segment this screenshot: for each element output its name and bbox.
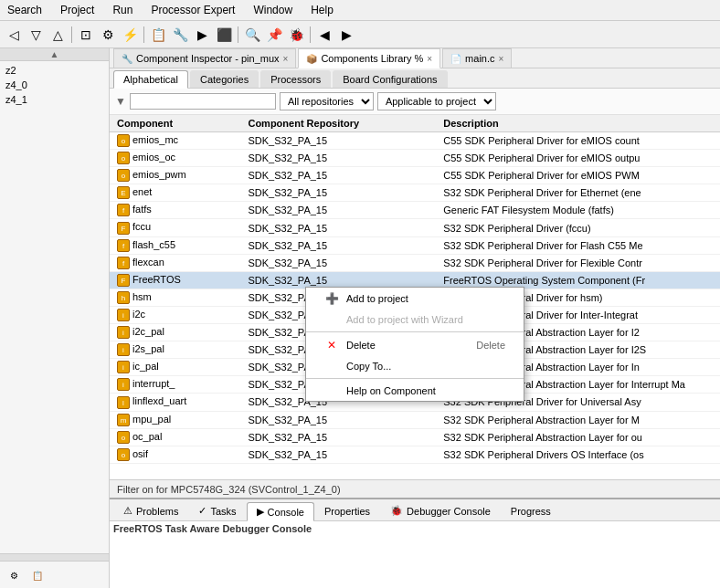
cell-component-name: ii2c <box>110 306 240 323</box>
bottom-tabs: ⚠ Problems ✓ Tasks ▶ Console Properties … <box>110 499 720 521</box>
toolbar-btn-14[interactable]: ◀ <box>314 25 334 45</box>
bottom-tab-problems[interactable]: ⚠ Problems <box>113 501 188 520</box>
table-row[interactable]: Ffccu SDK_S32_PA_15 S32 SDK Peripheral D… <box>110 219 720 236</box>
toolbar-btn-10[interactable]: ⬛ <box>214 25 234 45</box>
subtab-alphabetical[interactable]: Alphabetical <box>113 70 188 89</box>
subtab-categories[interactable]: Categories <box>190 70 259 88</box>
component-icon: o <box>117 152 130 164</box>
tab-label-inspector: Component Inspector - pin_mux <box>136 53 280 64</box>
table-row[interactable]: oosif SDK_S32_PA_15 S32 SDK Peripheral D… <box>110 446 720 463</box>
applicable-select[interactable]: Applicable to project <box>377 92 496 110</box>
toolbar-btn-7[interactable]: 📋 <box>148 25 168 45</box>
toolbar-btn-1[interactable]: ◁ <box>4 25 24 45</box>
tab-close-main[interactable]: × <box>499 54 504 64</box>
table-row[interactable]: fflexcan SDK_S32_PA_15 S32 SDK Periphera… <box>110 254 720 271</box>
repository-select[interactable]: All repositories <box>280 92 374 110</box>
tab-bar: 🔧 Component Inspector - pin_mux × 📦 Comp… <box>110 48 720 68</box>
col-header-repo: Component Repository <box>240 115 436 132</box>
cell-component-name: oemios_oc <box>110 150 240 167</box>
context-menu-copy-label: Copy To... <box>346 361 391 372</box>
table-row[interactable]: oemios_oc SDK_S32_PA_15 C55 SDK Peripher… <box>110 150 720 167</box>
menu-search[interactable]: Search <box>4 2 46 18</box>
menu-project[interactable]: Project <box>57 2 98 18</box>
component-icon: i <box>117 343 130 356</box>
cell-desc: S32 SDK Peripheral Driver for Flash C55 … <box>436 236 720 254</box>
toolbar-btn-3[interactable]: △ <box>48 25 68 45</box>
toolbar-btn-6[interactable]: ⚡ <box>120 25 140 45</box>
toolbar-btn-5[interactable]: ⚙ <box>98 25 118 45</box>
component-icon: o <box>117 448 130 461</box>
component-icon: f <box>117 257 130 269</box>
tab-close-inspector[interactable]: × <box>283 54 289 64</box>
toolbar-btn-4[interactable]: ⊡ <box>76 25 96 45</box>
console-title: FreeRTOS Task Aware Debugger Console <box>110 521 720 536</box>
sidebar-content: z2 z4_0 z4_1 <box>0 61 109 553</box>
toolbar-sep-3 <box>238 26 238 43</box>
bottom-tab-tasks[interactable]: ✓ Tasks <box>188 501 246 520</box>
context-menu-copy-to[interactable]: Copy To... <box>306 356 524 376</box>
sidebar-item-z4-0[interactable]: z4_0 <box>2 78 107 92</box>
tab-main-c[interactable]: 📄 main.c × <box>442 48 512 68</box>
cell-repo: SDK_S32_PA_15 <box>240 167 436 184</box>
cell-desc: S32 SDK Peripheral Abstraction Layer for… <box>436 411 720 428</box>
bottom-tab-console[interactable]: ▶ Console <box>247 502 314 521</box>
component-icon: i <box>117 378 130 391</box>
cell-component-name: oemios_pwm <box>110 167 240 184</box>
cell-component-name: iic_pal <box>110 359 240 376</box>
cell-component-name: oemios_mc <box>110 132 240 150</box>
subtab-board-configurations[interactable]: Board Configurations <box>333 70 447 88</box>
table-row[interactable]: oemios_pwm SDK_S32_PA_15 C55 SDK Periphe… <box>110 167 720 184</box>
filter-icon: ▼ <box>115 95 126 108</box>
toolbar-btn-12[interactable]: 📌 <box>264 25 284 45</box>
console-label: Console <box>268 507 304 518</box>
menu-window[interactable]: Window <box>249 2 296 18</box>
menu-run[interactable]: Run <box>109 2 136 18</box>
subtab-processors[interactable]: Processors <box>260 70 331 88</box>
tab-components-library[interactable]: 📦 Components Library % × <box>298 48 440 68</box>
cell-desc: C55 SDK Peripheral Driver for eMIOS coun… <box>436 132 720 150</box>
toolbar-btn-2[interactable]: ▽ <box>26 25 46 45</box>
toolbar-btn-13[interactable]: 🐞 <box>286 25 306 45</box>
cell-desc: S32 SDK Peripheral Driver for Ethernet (… <box>436 184 720 202</box>
menu-processor-expert[interactable]: Processor Expert <box>147 2 238 18</box>
toolbar-btn-11[interactable]: 🔍 <box>242 25 262 45</box>
cell-desc: S32 SDK Peripheral Driver for Flexible C… <box>436 254 720 271</box>
context-menu-help[interactable]: Help on Component <box>306 381 524 401</box>
table-row[interactable]: oemios_mc SDK_S32_PA_15 C55 SDK Peripher… <box>110 132 720 150</box>
cell-component-name: fflexcan <box>110 254 240 271</box>
sidebar-btn-2[interactable]: 📋 <box>27 565 48 585</box>
tab-component-inspector[interactable]: 🔧 Component Inspector - pin_mux × <box>113 48 296 68</box>
toolbar-btn-8[interactable]: 🔧 <box>170 25 190 45</box>
context-menu-sep-1 <box>306 331 524 332</box>
component-icon: F <box>117 222 130 235</box>
context-menu-add-wizard[interactable]: Add to project with Wizard <box>306 310 524 330</box>
sidebar-btn-1[interactable]: ⚙ <box>4 565 24 585</box>
table-row[interactable]: mmpu_pal SDK_S32_PA_15 S32 SDK Periphera… <box>110 411 720 428</box>
bottom-tab-debugger-console[interactable]: 🐞 Debugger Console <box>380 501 501 520</box>
cell-repo: SDK_S32_PA_15 <box>240 132 436 150</box>
bottom-tab-progress[interactable]: Progress <box>501 502 561 520</box>
status-text: Filter on for MPC5748G_324 (SVControl_1_… <box>117 484 341 495</box>
table-row[interactable]: Eenet SDK_S32_PA_15 S32 SDK Peripheral D… <box>110 184 720 202</box>
table-row[interactable]: fflash_c55 SDK_S32_PA_15 S32 SDK Periphe… <box>110 236 720 254</box>
tasks-label: Tasks <box>210 506 236 517</box>
sidebar-item-z2[interactable]: z2 <box>2 63 107 78</box>
table-row[interactable]: ooc_pal SDK_S32_PA_15 S32 SDK Peripheral… <box>110 428 720 446</box>
bottom-tab-properties[interactable]: Properties <box>314 502 380 520</box>
context-menu-add-to-project[interactable]: ➕ Add to project <box>306 288 524 310</box>
cell-repo: SDK_S32_PA_15 <box>240 411 436 428</box>
console-content[interactable] <box>110 536 720 588</box>
add-icon: ➕ <box>324 292 339 305</box>
toolbar-sep-2 <box>143 26 144 43</box>
filter-input[interactable] <box>130 93 276 110</box>
toolbar-btn-9[interactable]: ▶ <box>192 25 212 45</box>
table-row[interactable]: ffatfs SDK_S32_PA_15 Generic FAT Filesys… <box>110 202 720 219</box>
sidebar-item-z4-1[interactable]: z4_1 <box>2 92 107 107</box>
context-menu-delete[interactable]: ✕ Delete Delete <box>306 334 524 356</box>
toolbar-btn-15[interactable]: ▶ <box>336 25 356 45</box>
main-layout: ▲ z2 z4_0 z4_1 ⚙ 📋 🔧 Component Inspector… <box>0 48 720 588</box>
tab-close-library[interactable]: × <box>427 54 432 64</box>
menu-help[interactable]: Help <box>307 2 337 18</box>
component-icon: l <box>117 396 130 409</box>
tab-icon-library: 📦 <box>306 54 317 64</box>
